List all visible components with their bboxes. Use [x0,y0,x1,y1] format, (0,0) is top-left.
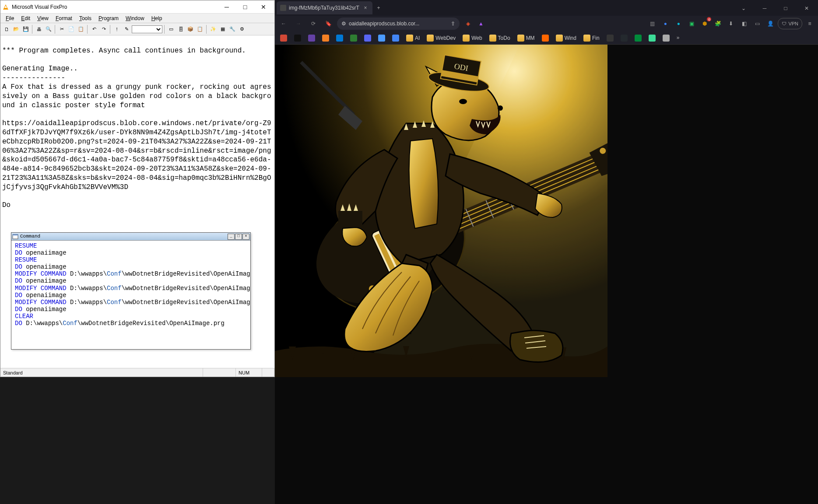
command-window[interactable]: Command _ □ × RESUMEDO openaiimageRESUME… [11,232,251,350]
command-content[interactable]: RESUMEDO openaiimageRESUMEDO openaiimage… [11,241,250,349]
menu-window[interactable]: Window [122,14,148,22]
cut-icon[interactable]: ✂ [57,25,66,34]
bookmark-item[interactable] [362,33,374,43]
command-titlebar[interactable]: Command _ □ × [11,233,250,241]
menu-icon[interactable]: ≡ [804,18,815,29]
profile-icon[interactable]: 👤 [765,18,776,29]
shield-icon[interactable]: ⬢ [699,18,710,29]
download-icon[interactable]: ⬇ [725,18,737,29]
maximize-button[interactable]: □ [236,1,254,13]
command-maximize-button[interactable]: □ [235,234,242,240]
builder-icon[interactable]: 🔧 [228,25,237,34]
bookmark-item[interactable] [660,33,672,43]
open-icon[interactable]: 📂 [12,25,21,34]
form-icon[interactable]: ▭ [167,25,176,34]
bookmark-item[interactable]: Wind [553,33,579,43]
menu-view[interactable]: View [34,14,52,22]
command-line[interactable]: DO openaiimage [15,292,247,299]
paste-icon[interactable]: 📋 [77,25,85,34]
class-icon[interactable]: 📦 [186,25,195,34]
browser-minimize-button[interactable]: ─ [756,2,773,15]
save-icon[interactable]: 💾 [21,25,30,34]
command-minimize-button[interactable]: _ [228,234,235,240]
bookmark-item[interactable]: ToDo [487,33,513,43]
bookmark-item[interactable] [277,33,290,43]
sidepanel-icon[interactable]: ◧ [738,18,750,29]
titlebar[interactable]: Microsoft Visual FoxPro ─ □ ✕ [0,0,274,14]
menu-file[interactable]: File [2,14,18,22]
command-line[interactable]: CLEAR [15,313,247,320]
share-icon[interactable]: ⇪ [451,21,455,27]
bookmark-item[interactable]: Web [460,33,484,43]
bookmark-item[interactable] [646,33,658,43]
bookmark-item[interactable] [305,33,318,43]
forward-button[interactable]: → [292,18,305,30]
menu-program[interactable]: Program [95,14,122,22]
database-icon[interactable]: 🗄 [176,25,185,34]
print-icon[interactable]: 🖶 [35,25,43,34]
menu-help[interactable]: Help [148,14,166,22]
bookmark-item[interactable] [604,33,616,43]
bookmark-item[interactable]: AI [404,33,422,43]
preview-icon[interactable]: 🔍 [44,25,53,34]
report-icon[interactable]: 📋 [196,25,204,34]
browser-tab[interactable]: img-fMzMb6pTaTuy31lib42srT × [277,1,372,14]
bookmark-item[interactable] [539,33,551,43]
new-icon[interactable]: 🗋 [2,25,11,34]
command-line[interactable]: MODIFY COMMAND D:\wwapps\Conf\wwDotnetBr… [15,270,247,277]
command-line[interactable]: RESUME [15,242,247,249]
back-button[interactable]: ← [277,18,290,30]
tools-icon[interactable]: ⚙ [238,25,246,34]
command-line[interactable]: DO openaiimage [15,277,247,284]
new-tab-button[interactable]: + [372,2,385,14]
wizard-icon[interactable]: ✨ [209,25,218,34]
puzzle-icon[interactable]: 🧩 [712,18,723,29]
undo-icon[interactable]: ↶ [90,25,98,34]
wallet-icon[interactable]: ▭ [751,18,763,29]
bookmark-item[interactable] [390,33,402,43]
modify-icon[interactable]: ✎ [122,25,131,34]
bookmark-item[interactable] [291,33,304,43]
run-icon[interactable]: ! [112,25,121,34]
command-line[interactable]: MODIFY COMMAND D:\wwapps\Conf\wwDotnetBr… [15,285,247,292]
command-line[interactable]: MODIFY COMMAND D:\wwapps\Conf\wwDotnetBr… [15,299,247,306]
command-close-button[interactable]: × [242,234,249,240]
ext1-icon[interactable]: ▥ [646,18,658,29]
command-line[interactable]: DO openaiimage [15,306,247,313]
menu-tools[interactable]: Tools [76,14,95,22]
bookmark-item[interactable] [618,33,630,43]
reload-button[interactable]: ⟳ [307,18,319,30]
minimize-button[interactable]: ─ [218,1,236,13]
bookmark-item[interactable] [376,33,388,43]
command-line[interactable]: DO D:\wwapps\Conf\wwDotnetBridgeRevisite… [15,320,247,327]
site-info-icon[interactable]: ⚙ [341,21,346,27]
bookmark-item[interactable] [334,33,346,43]
bookmark-item[interactable]: WebDev [424,33,458,43]
rewards-icon[interactable]: ▲ [475,18,487,29]
ext4-icon[interactable]: ▣ [686,18,697,29]
autoform-icon[interactable]: ▦ [218,25,227,34]
tab-close-icon[interactable]: × [362,4,369,11]
vpn-button[interactable]: 🛡 VPN [778,18,802,29]
menu-edit[interactable]: Edit [18,14,34,22]
command-line[interactable]: RESUME [15,256,247,263]
chevron-down-icon[interactable]: ⌄ [735,2,752,15]
bookmark-item[interactable]: Fin [581,33,602,43]
ext2-icon[interactable]: ● [660,18,671,29]
bookmark-icon[interactable]: 🔖 [322,18,334,30]
bookmark-item[interactable]: MM [515,33,537,43]
url-field[interactable]: ⚙ oaidalleapiprodscus.blob.cor... ⇪ [337,18,460,30]
bookmark-item[interactable] [348,33,360,43]
bookmark-item[interactable] [319,33,332,43]
browser-maximize-button[interactable]: □ [777,2,794,15]
copy-icon[interactable]: 📄 [67,25,76,34]
bookmark-item[interactable] [632,33,644,43]
menu-format[interactable]: Format [52,14,76,22]
command-line[interactable]: DO openaiimage [15,263,247,270]
redo-icon[interactable]: ↷ [99,25,108,34]
bookmark-item[interactable]: » [674,33,686,43]
browser-close-button[interactable]: ✕ [798,2,815,15]
close-button[interactable]: ✕ [254,1,273,13]
combo-select[interactable] [132,25,162,33]
brave-icon[interactable]: ◈ [462,18,474,29]
